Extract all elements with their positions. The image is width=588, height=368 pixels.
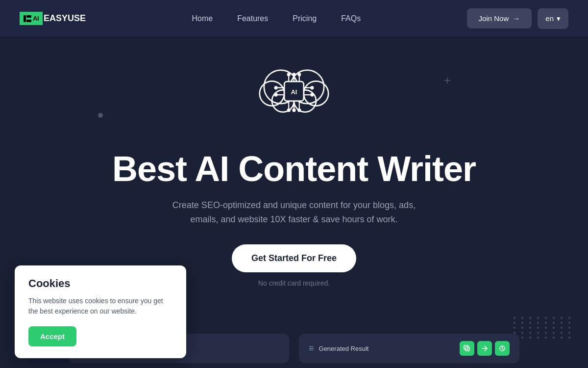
cookie-title: Cookies — [28, 277, 172, 290]
dot-grid-item — [561, 322, 563, 324]
accept-cookies-button[interactable]: Accept — [28, 326, 76, 346]
svg-point-26 — [297, 108, 301, 112]
nav-features[interactable]: Features — [237, 14, 268, 23]
logo-badge-text: AI — [33, 15, 39, 22]
join-now-label: Join Now — [479, 14, 509, 23]
dot-grid-item — [537, 322, 539, 324]
join-now-arrow: → — [513, 14, 520, 23]
hero-title: Best AI Content Writer — [112, 150, 476, 188]
dot-grid-item — [514, 322, 515, 324]
preview-card-label-2: Generated Result — [319, 345, 369, 352]
decorative-dot — [98, 113, 103, 118]
svg-rect-2 — [26, 20, 31, 22]
nav-links: Home Features Pricing FAQs — [192, 14, 361, 23]
dot-grid-item — [568, 322, 570, 324]
dot-grid-item — [545, 322, 547, 324]
logo-text: EASYUSE — [44, 13, 86, 24]
svg-point-23 — [297, 73, 301, 76]
dot-grid-item — [529, 322, 531, 324]
svg-point-25 — [292, 108, 295, 112]
svg-rect-0 — [24, 15, 26, 22]
chevron-down-icon: ▾ — [557, 14, 561, 23]
decorative-plus: + — [444, 74, 451, 87]
dot-grid-item — [521, 322, 523, 324]
svg-point-30 — [310, 93, 314, 97]
language-selector[interactable]: en ▾ — [538, 8, 568, 29]
logo-badge: AI — [20, 12, 43, 25]
cookie-banner: Cookies This website uses cookies to ens… — [15, 265, 186, 358]
svg-rect-1 — [26, 15, 31, 18]
preview-action-btn-3[interactable] — [495, 341, 510, 356]
preview-action-btn-1[interactable] — [460, 341, 474, 356]
preview-action-btn-2[interactable] — [477, 341, 492, 356]
dot-grid-item — [553, 317, 555, 319]
cookie-text: This website uses cookies to ensure you … — [28, 296, 172, 316]
dot-grid-item — [529, 317, 531, 319]
nav-right: Join Now → en ▾ — [467, 8, 568, 29]
no-credit-card-text: No credit card required. — [258, 279, 330, 287]
preview-card-generated-result: ≡ Generated Result — [299, 334, 519, 363]
logo[interactable]: AI EASYUSE — [20, 12, 86, 25]
dot-grid-item — [537, 317, 539, 319]
dot-grid-item — [553, 322, 555, 324]
svg-point-24 — [287, 108, 291, 112]
svg-rect-31 — [464, 345, 468, 349]
nav-faqs[interactable]: FAQs — [341, 14, 361, 23]
svg-point-27 — [274, 86, 278, 89]
get-started-button[interactable]: Get Started For Free — [232, 244, 356, 272]
svg-point-22 — [292, 73, 295, 76]
svg-point-28 — [274, 93, 278, 97]
hero-subtitle: Create SEO-optimized and unique content … — [172, 198, 416, 227]
svg-point-21 — [287, 73, 291, 76]
svg-rect-32 — [466, 347, 469, 351]
dot-grid-item — [521, 317, 523, 319]
dot-grid-item — [514, 317, 515, 319]
ai-brain-icon: AI — [250, 52, 338, 140]
navbar: AI EASYUSE Home Features Pricing FAQs Jo… — [0, 0, 588, 37]
nav-home[interactable]: Home — [192, 14, 213, 23]
svg-point-29 — [310, 86, 314, 89]
dot-grid-item — [561, 317, 563, 319]
dot-grid-item — [545, 317, 547, 319]
svg-text:AI: AI — [291, 89, 297, 96]
dot-grid-item — [568, 317, 570, 319]
preview-action-buttons — [460, 341, 510, 356]
lines-icon: ≡ — [309, 343, 314, 354]
join-now-button[interactable]: Join Now → — [467, 8, 532, 28]
nav-pricing[interactable]: Pricing — [293, 14, 317, 23]
lang-label: en — [545, 14, 554, 23]
